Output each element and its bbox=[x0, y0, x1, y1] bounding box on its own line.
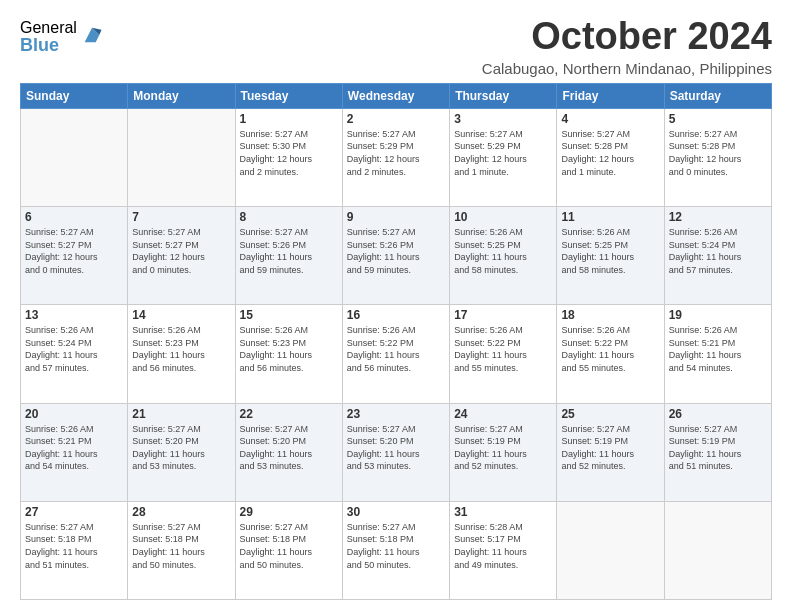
calendar-day-cell: 22Sunrise: 5:27 AM Sunset: 5:20 PM Dayli… bbox=[235, 403, 342, 501]
calendar-day-cell: 21Sunrise: 5:27 AM Sunset: 5:20 PM Dayli… bbox=[128, 403, 235, 501]
calendar-day-cell: 19Sunrise: 5:26 AM Sunset: 5:21 PM Dayli… bbox=[664, 305, 771, 403]
weekday-header-row: SundayMondayTuesdayWednesdayThursdayFrid… bbox=[21, 83, 772, 108]
day-number: 9 bbox=[347, 210, 445, 224]
calendar-day-cell: 28Sunrise: 5:27 AM Sunset: 5:18 PM Dayli… bbox=[128, 501, 235, 599]
calendar-day-cell: 27Sunrise: 5:27 AM Sunset: 5:18 PM Dayli… bbox=[21, 501, 128, 599]
day-number: 18 bbox=[561, 308, 659, 322]
day-info: Sunrise: 5:27 AM Sunset: 5:18 PM Dayligh… bbox=[240, 521, 338, 571]
day-info: Sunrise: 5:27 AM Sunset: 5:28 PM Dayligh… bbox=[669, 128, 767, 178]
calendar-week-row: 27Sunrise: 5:27 AM Sunset: 5:18 PM Dayli… bbox=[21, 501, 772, 599]
day-info: Sunrise: 5:27 AM Sunset: 5:27 PM Dayligh… bbox=[25, 226, 123, 276]
calendar-day-cell bbox=[128, 108, 235, 206]
day-info: Sunrise: 5:26 AM Sunset: 5:21 PM Dayligh… bbox=[25, 423, 123, 473]
weekday-header-wednesday: Wednesday bbox=[342, 83, 449, 108]
calendar-day-cell: 15Sunrise: 5:26 AM Sunset: 5:23 PM Dayli… bbox=[235, 305, 342, 403]
day-info: Sunrise: 5:28 AM Sunset: 5:17 PM Dayligh… bbox=[454, 521, 552, 571]
day-number: 24 bbox=[454, 407, 552, 421]
day-number: 21 bbox=[132, 407, 230, 421]
day-number: 25 bbox=[561, 407, 659, 421]
calendar-day-cell: 30Sunrise: 5:27 AM Sunset: 5:18 PM Dayli… bbox=[342, 501, 449, 599]
day-number: 5 bbox=[669, 112, 767, 126]
day-number: 4 bbox=[561, 112, 659, 126]
day-info: Sunrise: 5:26 AM Sunset: 5:25 PM Dayligh… bbox=[561, 226, 659, 276]
calendar-day-cell: 7Sunrise: 5:27 AM Sunset: 5:27 PM Daylig… bbox=[128, 207, 235, 305]
calendar-day-cell: 1Sunrise: 5:27 AM Sunset: 5:30 PM Daylig… bbox=[235, 108, 342, 206]
page: General Blue October 2024 Calabugao, Nor… bbox=[0, 0, 792, 612]
calendar-day-cell: 29Sunrise: 5:27 AM Sunset: 5:18 PM Dayli… bbox=[235, 501, 342, 599]
day-info: Sunrise: 5:26 AM Sunset: 5:21 PM Dayligh… bbox=[669, 324, 767, 374]
weekday-header-friday: Friday bbox=[557, 83, 664, 108]
day-info: Sunrise: 5:27 AM Sunset: 5:28 PM Dayligh… bbox=[561, 128, 659, 178]
calendar-day-cell: 18Sunrise: 5:26 AM Sunset: 5:22 PM Dayli… bbox=[557, 305, 664, 403]
day-number: 6 bbox=[25, 210, 123, 224]
day-info: Sunrise: 5:26 AM Sunset: 5:23 PM Dayligh… bbox=[132, 324, 230, 374]
day-number: 29 bbox=[240, 505, 338, 519]
calendar-day-cell: 12Sunrise: 5:26 AM Sunset: 5:24 PM Dayli… bbox=[664, 207, 771, 305]
day-number: 12 bbox=[669, 210, 767, 224]
calendar-day-cell: 2Sunrise: 5:27 AM Sunset: 5:29 PM Daylig… bbox=[342, 108, 449, 206]
calendar-day-cell: 23Sunrise: 5:27 AM Sunset: 5:20 PM Dayli… bbox=[342, 403, 449, 501]
day-info: Sunrise: 5:27 AM Sunset: 5:20 PM Dayligh… bbox=[240, 423, 338, 473]
day-info: Sunrise: 5:27 AM Sunset: 5:20 PM Dayligh… bbox=[347, 423, 445, 473]
day-number: 30 bbox=[347, 505, 445, 519]
header: General Blue October 2024 Calabugao, Nor… bbox=[20, 16, 772, 77]
day-info: Sunrise: 5:27 AM Sunset: 5:29 PM Dayligh… bbox=[454, 128, 552, 178]
day-info: Sunrise: 5:26 AM Sunset: 5:25 PM Dayligh… bbox=[454, 226, 552, 276]
logo-icon bbox=[81, 24, 103, 46]
day-info: Sunrise: 5:27 AM Sunset: 5:20 PM Dayligh… bbox=[132, 423, 230, 473]
day-info: Sunrise: 5:27 AM Sunset: 5:30 PM Dayligh… bbox=[240, 128, 338, 178]
month-title: October 2024 bbox=[482, 16, 772, 58]
calendar-day-cell: 8Sunrise: 5:27 AM Sunset: 5:26 PM Daylig… bbox=[235, 207, 342, 305]
calendar-day-cell bbox=[21, 108, 128, 206]
logo-text: General Blue bbox=[20, 20, 77, 54]
day-info: Sunrise: 5:26 AM Sunset: 5:23 PM Dayligh… bbox=[240, 324, 338, 374]
day-number: 19 bbox=[669, 308, 767, 322]
day-info: Sunrise: 5:27 AM Sunset: 5:29 PM Dayligh… bbox=[347, 128, 445, 178]
day-number: 3 bbox=[454, 112, 552, 126]
day-info: Sunrise: 5:27 AM Sunset: 5:27 PM Dayligh… bbox=[132, 226, 230, 276]
calendar-day-cell: 31Sunrise: 5:28 AM Sunset: 5:17 PM Dayli… bbox=[450, 501, 557, 599]
calendar-day-cell: 13Sunrise: 5:26 AM Sunset: 5:24 PM Dayli… bbox=[21, 305, 128, 403]
calendar-day-cell: 6Sunrise: 5:27 AM Sunset: 5:27 PM Daylig… bbox=[21, 207, 128, 305]
day-number: 10 bbox=[454, 210, 552, 224]
calendar-day-cell bbox=[557, 501, 664, 599]
day-number: 22 bbox=[240, 407, 338, 421]
day-number: 2 bbox=[347, 112, 445, 126]
day-info: Sunrise: 5:27 AM Sunset: 5:19 PM Dayligh… bbox=[561, 423, 659, 473]
calendar-day-cell: 26Sunrise: 5:27 AM Sunset: 5:19 PM Dayli… bbox=[664, 403, 771, 501]
day-number: 23 bbox=[347, 407, 445, 421]
weekday-header-saturday: Saturday bbox=[664, 83, 771, 108]
day-number: 13 bbox=[25, 308, 123, 322]
weekday-header-tuesday: Tuesday bbox=[235, 83, 342, 108]
day-info: Sunrise: 5:27 AM Sunset: 5:18 PM Dayligh… bbox=[347, 521, 445, 571]
calendar-day-cell: 17Sunrise: 5:26 AM Sunset: 5:22 PM Dayli… bbox=[450, 305, 557, 403]
logo-blue: Blue bbox=[20, 36, 77, 54]
day-info: Sunrise: 5:27 AM Sunset: 5:18 PM Dayligh… bbox=[25, 521, 123, 571]
day-info: Sunrise: 5:27 AM Sunset: 5:18 PM Dayligh… bbox=[132, 521, 230, 571]
day-info: Sunrise: 5:27 AM Sunset: 5:26 PM Dayligh… bbox=[347, 226, 445, 276]
calendar-day-cell: 20Sunrise: 5:26 AM Sunset: 5:21 PM Dayli… bbox=[21, 403, 128, 501]
calendar-day-cell: 16Sunrise: 5:26 AM Sunset: 5:22 PM Dayli… bbox=[342, 305, 449, 403]
calendar-week-row: 20Sunrise: 5:26 AM Sunset: 5:21 PM Dayli… bbox=[21, 403, 772, 501]
day-number: 20 bbox=[25, 407, 123, 421]
logo: General Blue bbox=[20, 20, 103, 54]
day-number: 14 bbox=[132, 308, 230, 322]
day-info: Sunrise: 5:27 AM Sunset: 5:19 PM Dayligh… bbox=[454, 423, 552, 473]
calendar-week-row: 6Sunrise: 5:27 AM Sunset: 5:27 PM Daylig… bbox=[21, 207, 772, 305]
logo-general: General bbox=[20, 20, 77, 36]
calendar-day-cell: 11Sunrise: 5:26 AM Sunset: 5:25 PM Dayli… bbox=[557, 207, 664, 305]
weekday-header-sunday: Sunday bbox=[21, 83, 128, 108]
day-number: 16 bbox=[347, 308, 445, 322]
day-info: Sunrise: 5:27 AM Sunset: 5:26 PM Dayligh… bbox=[240, 226, 338, 276]
day-info: Sunrise: 5:26 AM Sunset: 5:22 PM Dayligh… bbox=[454, 324, 552, 374]
day-number: 7 bbox=[132, 210, 230, 224]
calendar-week-row: 13Sunrise: 5:26 AM Sunset: 5:24 PM Dayli… bbox=[21, 305, 772, 403]
day-number: 26 bbox=[669, 407, 767, 421]
weekday-header-monday: Monday bbox=[128, 83, 235, 108]
day-number: 11 bbox=[561, 210, 659, 224]
calendar-day-cell: 9Sunrise: 5:27 AM Sunset: 5:26 PM Daylig… bbox=[342, 207, 449, 305]
day-info: Sunrise: 5:27 AM Sunset: 5:19 PM Dayligh… bbox=[669, 423, 767, 473]
day-number: 31 bbox=[454, 505, 552, 519]
calendar-day-cell: 4Sunrise: 5:27 AM Sunset: 5:28 PM Daylig… bbox=[557, 108, 664, 206]
day-number: 1 bbox=[240, 112, 338, 126]
